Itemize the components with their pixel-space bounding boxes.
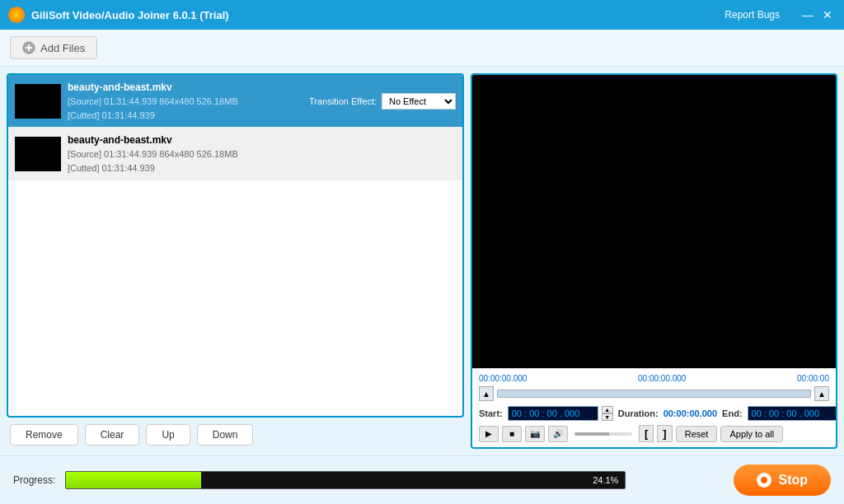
- start-label: Start:: [479, 408, 503, 418]
- minimize-button[interactable]: —: [799, 7, 816, 23]
- toolbar: Add Files: [0, 30, 844, 67]
- end-label: End:: [722, 408, 742, 418]
- mark-in-button[interactable]: [: [639, 425, 654, 442]
- volume-button[interactable]: 🔊: [548, 426, 568, 442]
- file-list[interactable]: beauty-and-beast.mkv [Source] 01:31:44.9…: [7, 73, 464, 418]
- timeline-arrows: ▲ ▲: [479, 386, 829, 401]
- file-name: beauty-and-beast.mkv: [68, 80, 296, 95]
- playback-controls: ▶ ■ 📷 🔊 [ ] Reset Apply to all: [479, 425, 829, 442]
- file-item[interactable]: beauty-and-beast.mkv [Source] 01:31:44.9…: [8, 128, 462, 180]
- start-input[interactable]: [508, 406, 598, 421]
- list-buttons: Remove Clear Up Down: [7, 418, 464, 449]
- timeline-time-end: 00:00:00: [797, 374, 829, 383]
- transition-label: Transition Effect:: [309, 96, 377, 106]
- duration-value: 00:00:00.000: [663, 408, 717, 418]
- main-area: beauty-and-beast.mkv [Source] 01:31:44.9…: [0, 67, 844, 455]
- file-thumbnail: [15, 84, 61, 119]
- start-up[interactable]: ▲: [602, 406, 613, 413]
- report-bugs-link[interactable]: Report Bugs: [724, 9, 780, 21]
- timeline-track[interactable]: [497, 390, 811, 398]
- progress-fill: [66, 472, 200, 488]
- file-source: [Source] 01:31:44.939 864x480 526.18MB: [68, 95, 296, 109]
- play-button[interactable]: ▶: [479, 426, 499, 442]
- file-name: beauty-and-beast.mkv: [68, 133, 456, 147]
- remove-button[interactable]: Remove: [10, 424, 78, 446]
- up-button[interactable]: Up: [146, 424, 190, 446]
- add-files-button[interactable]: Add Files: [10, 36, 97, 59]
- app-icon: [8, 7, 25, 23]
- app-title: GiliSoft Video/Audio Joiner 6.0.1 (Trial…: [31, 9, 724, 21]
- bottom-bar: Progress: 24.1% Stop: [0, 455, 844, 504]
- file-info: beauty-and-beast.mkv [Source] 01:31:44.9…: [68, 80, 296, 122]
- duration-label: Duration:: [618, 408, 659, 418]
- timeline-section: 00:00:00.000 00:00:00.000 00:00:00 ▲ ▲: [472, 368, 836, 403]
- titlebar: GiliSoft Video/Audio Joiner 6.0.1 (Trial…: [0, 0, 844, 30]
- add-files-icon: [22, 41, 35, 54]
- right-panel: 00:00:00.000 00:00:00.000 00:00:00 ▲ ▲ S…: [471, 73, 837, 449]
- camera-button[interactable]: 📷: [525, 426, 545, 442]
- timeline-time-mid: 00:00:00.000: [638, 374, 686, 383]
- reset-button[interactable]: Reset: [676, 426, 718, 442]
- file-thumbnail: [15, 137, 61, 171]
- stop-button[interactable]: Stop: [734, 464, 831, 496]
- down-button[interactable]: Down: [197, 424, 254, 446]
- progress-label: Progress:: [13, 474, 55, 486]
- mark-out-button[interactable]: ]: [657, 425, 672, 442]
- video-preview: [472, 75, 836, 368]
- transition-select[interactable]: No Effect Fade Dissolve Wipe: [382, 93, 456, 110]
- timeline-right-arrow[interactable]: ▲: [814, 386, 829, 401]
- left-panel: beauty-and-beast.mkv [Source] 01:31:44.9…: [7, 73, 464, 449]
- stop-icon: [757, 473, 771, 488]
- timeline-left-arrow[interactable]: ▲: [479, 386, 494, 401]
- stop-playback-button[interactable]: ■: [502, 426, 522, 442]
- end-input[interactable]: [748, 406, 837, 421]
- timeline-timestamps: 00:00:00.000 00:00:00.000 00:00:00: [479, 372, 829, 385]
- volume-slider[interactable]: [574, 432, 632, 436]
- stop-label: Stop: [778, 473, 808, 488]
- file-source: [Source] 01:31:44.939 864x480 526.18MB: [68, 147, 456, 161]
- progress-percent: 24.1%: [593, 475, 618, 485]
- close-button[interactable]: ✕: [819, 7, 836, 23]
- file-info: beauty-and-beast.mkv [Source] 01:31:44.9…: [68, 133, 456, 175]
- file-cutted: [Cutted] 01:31:44.939: [68, 109, 296, 123]
- progress-track: 24.1%: [65, 471, 626, 489]
- file-cutted: [Cutted] 01:31:44.939: [68, 161, 456, 175]
- stop-inner-icon: [761, 477, 767, 483]
- apply-to-all-button[interactable]: Apply to all: [720, 426, 783, 442]
- clear-button[interactable]: Clear: [85, 424, 140, 446]
- timeline-time-start: 00:00:00.000: [479, 374, 527, 383]
- start-stepper[interactable]: ▲ ▼: [602, 406, 613, 421]
- transition-section: Transition Effect: No Effect Fade Dissol…: [309, 93, 456, 110]
- controls-section: Start: ▲ ▼ Duration: 00:00:00.000 End: ▲…: [472, 403, 836, 447]
- start-down[interactable]: ▼: [602, 413, 613, 421]
- file-item[interactable]: beauty-and-beast.mkv [Source] 01:31:44.9…: [8, 75, 462, 128]
- time-controls: Start: ▲ ▼ Duration: 00:00:00.000 End: ▲…: [479, 406, 829, 421]
- add-files-label: Add Files: [40, 42, 85, 54]
